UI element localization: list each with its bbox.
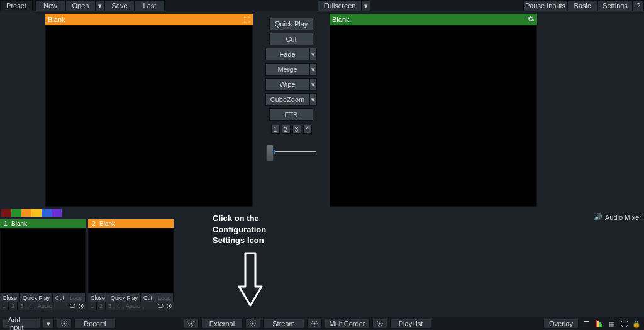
help-button[interactable]: ? <box>633 0 644 11</box>
input-1-loop[interactable]: Loop <box>67 293 86 302</box>
svg-point-6 <box>379 323 381 325</box>
color-swatch[interactable] <box>42 209 52 217</box>
cubezoom-button[interactable]: CubeZoom <box>265 93 309 106</box>
new-button[interactable]: New <box>35 0 65 11</box>
fade-menu[interactable]: ▾ <box>309 48 317 60</box>
color-swatch[interactable] <box>31 209 42 217</box>
multicorder-settings-gear[interactable] <box>307 319 322 329</box>
input-1-overlays: 1 2 3 4 Audio 🖵 <box>0 302 86 310</box>
input-2-close[interactable]: Close <box>88 293 108 302</box>
list-view-icon[interactable]: ☰ <box>581 319 591 328</box>
input-1-title: Blank <box>11 220 27 227</box>
input-1-controls: Close Quick Play Cut Loop <box>0 293 86 302</box>
status-icons: ☰ ▦ ⛶ 🔒 <box>581 319 641 329</box>
input-2-quickplay[interactable]: Quick Play <box>108 293 141 302</box>
tbar-slider[interactable] <box>266 142 316 161</box>
input-1-header[interactable]: 1 Blank <box>0 219 86 228</box>
top-menu-bar: Preset New Open ▾ Save Last Fullscreen ▾… <box>0 0 644 11</box>
cubezoom-menu[interactable]: ▾ <box>309 93 317 106</box>
main-area: Blank ⛶ Quick Play Cut Fade▾ Merge▾ Wipe… <box>0 11 644 207</box>
color-swatch[interactable] <box>52 209 62 217</box>
wipe-button[interactable]: Wipe <box>265 78 309 91</box>
tpreset-4[interactable]: 4 <box>303 125 312 134</box>
input-2-preview[interactable] <box>88 228 174 293</box>
cut-button[interactable]: Cut <box>269 33 313 45</box>
preview-panel: Blank ⛶ <box>45 14 253 207</box>
merge-button[interactable]: Merge <box>265 63 309 76</box>
record-button[interactable]: Record <box>74 319 116 329</box>
open-button[interactable]: Open <box>65 0 96 11</box>
svg-point-2 <box>64 323 65 325</box>
add-input-dropdown[interactable]: ▾ <box>43 319 54 329</box>
playlist-button[interactable]: PlayList <box>390 319 431 329</box>
color-swatch[interactable] <box>11 209 21 217</box>
input-1-ov-3[interactable]: 3 <box>18 302 26 310</box>
settings-gear-2[interactable] <box>184 319 199 329</box>
overlay-button[interactable]: Overlay <box>543 319 579 329</box>
grid-view-icon[interactable]: ▦ <box>606 319 616 328</box>
ftb-button[interactable]: FTB <box>269 108 313 121</box>
input-2-ov-1[interactable]: 1 <box>88 302 97 310</box>
save-button[interactable]: Save <box>104 0 135 11</box>
settings-button[interactable]: Settings <box>597 0 633 11</box>
input-2-overlays: 1 2 3 4 Audio 🖵 <box>88 302 174 310</box>
tpreset-2[interactable]: 2 <box>282 125 291 134</box>
input-2-number: 2 <box>90 220 97 227</box>
playlist-settings-gear[interactable] <box>372 319 387 329</box>
output-header: Blank <box>330 14 537 25</box>
merge-menu[interactable]: ▾ <box>309 63 317 76</box>
lock-icon[interactable]: 🔒 <box>631 319 641 328</box>
fullscreen-dropdown[interactable]: ▾ <box>362 0 370 11</box>
preview-expand-icon[interactable]: ⛶ <box>244 16 250 23</box>
external-button[interactable]: External <box>201 319 243 329</box>
input-2-monitor-icon[interactable]: 🖵 <box>156 302 165 310</box>
color-swatch[interactable] <box>1 209 11 217</box>
wipe-menu[interactable]: ▾ <box>309 78 317 91</box>
input-2-cut[interactable]: Cut <box>141 293 155 302</box>
output-panel: Blank <box>330 14 537 207</box>
svg-point-1 <box>169 305 170 307</box>
input-1-number: 1 <box>2 220 9 227</box>
basic-button[interactable]: Basic <box>567 0 597 11</box>
audio-mixer-link[interactable]: 🔊 Audio Mixer <box>594 213 641 221</box>
output-title: Blank <box>332 16 350 23</box>
input-2-ov-2[interactable]: 2 <box>97 302 106 310</box>
open-dropdown[interactable]: ▾ <box>96 0 104 11</box>
stream-settings-gear[interactable] <box>245 319 260 329</box>
input-2-header[interactable]: 2 Blank <box>88 219 174 228</box>
input-1-monitor-icon[interactable]: 🖵 <box>68 302 77 310</box>
fullscreen-button[interactable]: Fullscreen <box>318 0 362 11</box>
add-input-button[interactable]: Add Input <box>3 319 40 329</box>
output-video[interactable] <box>330 25 537 207</box>
input-1-gear-icon[interactable] <box>77 302 86 310</box>
quickplay-button[interactable]: Quick Play <box>269 18 313 30</box>
input-1-cut[interactable]: Cut <box>53 293 67 302</box>
input-1-ov-4[interactable]: 4 <box>26 302 35 310</box>
inputs-row: 1 Blank Close Quick Play Cut Loop 1 2 3 … <box>0 219 174 310</box>
tpreset-3[interactable]: 3 <box>292 125 301 134</box>
fullscreen-icon[interactable]: ⛶ <box>619 319 629 328</box>
input-2-loop[interactable]: Loop <box>155 293 174 302</box>
color-swatch[interactable] <box>21 209 31 217</box>
settings-gear-1[interactable] <box>57 319 72 329</box>
input-2-ov-3[interactable]: 3 <box>106 302 114 310</box>
fade-button[interactable]: Fade <box>265 48 309 60</box>
input-1-ov-2[interactable]: 2 <box>9 302 18 310</box>
output-settings-icon[interactable] <box>527 15 535 24</box>
preset-menu[interactable]: Preset <box>0 0 33 11</box>
input-2-audio[interactable]: Audio <box>123 302 143 310</box>
stream-button[interactable]: Stream <box>263 319 304 329</box>
input-2-gear-icon[interactable] <box>165 302 174 310</box>
preview-video[interactable] <box>45 25 253 207</box>
last-button[interactable]: Last <box>135 0 165 11</box>
audio-meter-icon[interactable] <box>594 319 604 328</box>
input-1-preview[interactable] <box>0 228 86 293</box>
tpreset-1[interactable]: 1 <box>271 125 280 134</box>
input-2-ov-4[interactable]: 4 <box>114 302 123 310</box>
multicorder-button[interactable]: MultiCorder <box>325 319 370 329</box>
input-1-audio[interactable]: Audio <box>35 302 55 310</box>
pause-inputs-button[interactable]: Pause Inputs <box>523 0 567 11</box>
input-1-ov-1[interactable]: 1 <box>0 302 9 310</box>
input-1-close[interactable]: Close <box>0 293 20 302</box>
input-1-quickplay[interactable]: Quick Play <box>20 293 53 302</box>
